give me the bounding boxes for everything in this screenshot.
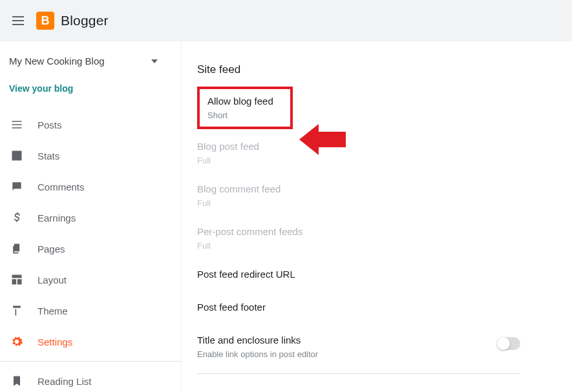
sidebar-item-label: Stats [37, 150, 59, 161]
section-title: Site feed [197, 63, 556, 76]
setting-post-feed-footer[interactable]: Post feed footer [197, 293, 556, 325]
blogger-logo-icon: B [36, 12, 54, 30]
earnings-icon [9, 210, 25, 225]
sidebar-item-theme[interactable]: Theme [0, 295, 181, 326]
setting-blog-comment-feed[interactable]: Blog comment feed Full [197, 174, 556, 217]
svg-marker-0 [299, 124, 346, 155]
sidebar-item-layout[interactable]: Layout [0, 264, 181, 295]
stats-icon [9, 148, 25, 163]
nav-divider [0, 361, 181, 362]
setting-value: Full [197, 241, 556, 251]
logo-block[interactable]: B Blogger [36, 12, 109, 30]
sidebar-item-posts[interactable]: Posts [0, 109, 181, 140]
annotation-arrow-icon [299, 120, 351, 159]
sidebar: My New Cooking Blog View your blog Posts… [0, 41, 181, 392]
setting-post-feed-redirect-url[interactable]: Post feed redirect URL [197, 260, 556, 293]
sidebar-item-label: Layout [37, 274, 67, 285]
sidebar-item-label: Comments [37, 181, 85, 192]
bookmark-icon [9, 373, 25, 389]
brand-name: Blogger [61, 13, 109, 28]
setting-title: Blog comment feed [197, 183, 556, 194]
setting-title: Post feed redirect URL [197, 269, 556, 280]
section-divider [197, 373, 520, 374]
layout-icon [9, 272, 25, 287]
sidebar-item-reading-list[interactable]: Reading List [0, 366, 181, 392]
sidebar-item-label: Posts [37, 119, 62, 130]
setting-title: Title and enclosure links [197, 335, 318, 346]
comments-icon [9, 179, 25, 194]
sidebar-item-label: Theme [37, 305, 68, 316]
top-bar: B Blogger [0, 0, 572, 41]
chevron-down-icon [151, 59, 158, 63]
pages-icon [9, 241, 25, 256]
theme-icon [9, 303, 25, 318]
sidebar-item-stats[interactable]: Stats [0, 140, 181, 171]
setting-allow-blog-feed[interactable]: Allow blog feed Short [197, 87, 293, 129]
settings-icon [9, 334, 25, 349]
setting-subtitle: Enable link options in post editor [197, 349, 318, 359]
sidebar-item-earnings[interactable]: Earnings [0, 202, 181, 233]
sidebar-item-label: Pages [37, 243, 65, 254]
setting-title: Allow blog feed [207, 96, 282, 107]
setting-value: Full [197, 156, 556, 165]
sidebar-item-label: Settings [37, 336, 72, 347]
sidebar-item-label: Reading List [37, 376, 91, 387]
sidebar-item-label: Earnings [37, 212, 76, 223]
sidebar-item-settings[interactable]: Settings [0, 326, 181, 357]
setting-value: Full [197, 198, 556, 208]
setting-title: Per-post comment feeds [197, 226, 556, 237]
blog-selector-name: My New Cooking Blog [9, 56, 105, 67]
nav: Posts Stats Comments Earnings [0, 109, 181, 392]
setting-title: Post feed footer [197, 302, 556, 313]
menu-icon[interactable] [10, 13, 26, 28]
setting-title-enclosure-links: Title and enclosure links Enable link op… [197, 325, 556, 368]
sidebar-item-comments[interactable]: Comments [0, 171, 181, 202]
sidebar-item-pages[interactable]: Pages [0, 233, 181, 264]
main-content: Site feed Allow blog feed Short Blog pos… [181, 41, 572, 392]
view-blog-link[interactable]: View your blog [0, 69, 82, 109]
setting-blog-post-feed[interactable]: Blog post feed Full [197, 132, 556, 174]
enclosure-links-toggle[interactable] [497, 337, 520, 350]
setting-value: Short [207, 110, 282, 120]
blog-selector[interactable]: My New Cooking Blog [0, 53, 181, 69]
setting-title: Blog post feed [197, 141, 556, 152]
posts-icon [9, 117, 25, 132]
setting-per-post-comment-feeds[interactable]: Per-post comment feeds Full [197, 217, 556, 260]
